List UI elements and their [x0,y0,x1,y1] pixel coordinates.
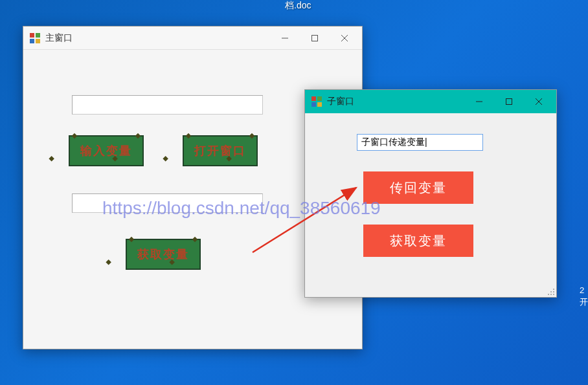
svg-rect-1 [36,33,40,38]
svg-rect-10 [311,102,316,107]
child-get-variable-button[interactable]: 获取变量 [363,225,473,257]
close-button[interactable] [524,91,554,112]
return-variable-button[interactable]: 传回变量 [363,171,473,204]
open-window-button[interactable]: 打开窗口 [183,135,258,166]
input-variable-button[interactable]: 输入变量 [69,135,144,166]
svg-point-16 [553,289,554,290]
app-icon [311,96,322,107]
main-window-controls [270,28,359,49]
minimize-button[interactable] [464,91,494,112]
desktop-right-partial: 2 开 [580,285,588,308]
child-window: 子窗口 传回变量 获取变量 [304,89,557,298]
svg-rect-13 [506,99,512,105]
child-input[interactable] [357,134,483,151]
svg-rect-0 [30,33,34,38]
svg-point-17 [550,291,552,292]
svg-rect-5 [312,35,318,41]
child-window-title: 子窗口 [327,96,464,107]
app-icon [30,33,40,43]
svg-point-20 [550,294,552,295]
maximize-button[interactable] [300,28,330,49]
main-titlebar[interactable]: 主窗口 [23,27,362,50]
svg-rect-2 [30,39,34,43]
svg-rect-8 [311,96,316,101]
resize-grip-icon[interactable] [546,287,555,296]
main-input-1[interactable] [72,95,263,115]
child-client-area: 传回变量 获取变量 [305,113,556,297]
child-window-controls [464,91,554,112]
maximize-button[interactable] [494,91,524,112]
svg-rect-11 [317,102,322,107]
svg-rect-9 [317,96,322,101]
desktop-file-label: 档.doc [285,0,311,12]
get-variable-button[interactable]: 获取变量 [126,239,201,270]
close-button[interactable] [330,28,359,49]
child-titlebar[interactable]: 子窗口 [305,90,556,113]
main-window-title: 主窗口 [45,32,270,44]
svg-rect-3 [36,39,40,43]
main-input-2[interactable] [72,193,263,213]
svg-point-18 [553,291,554,292]
svg-point-19 [548,294,549,295]
svg-point-21 [553,294,554,295]
minimize-button[interactable] [270,28,300,49]
